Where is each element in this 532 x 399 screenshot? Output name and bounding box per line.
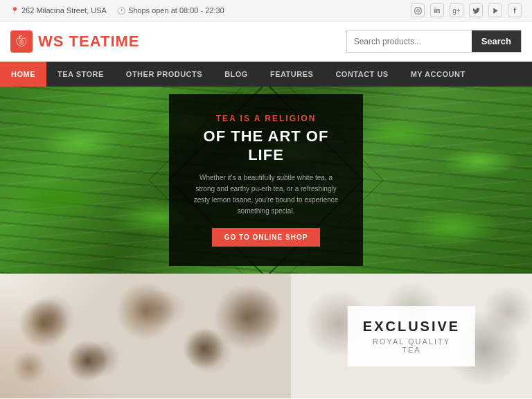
pin-icon — [10, 6, 19, 15]
exclusive-card: EXCLUSIVE ROYAL QUALITY TEA — [348, 306, 475, 366]
hero-subtitle: TEA IS A RELIGION — [193, 114, 339, 123]
svg-point-2 — [419, 8, 420, 9]
linkedin-label: in — [434, 7, 441, 15]
search-bar: Search — [346, 30, 522, 53]
navigation: HOME TEA STORE OTHER PRODUCTS BLOG FEATU… — [0, 62, 532, 87]
search-input[interactable] — [347, 31, 472, 52]
tea-display — [0, 274, 291, 398]
linkedin-icon[interactable]: in — [430, 3, 444, 17]
social-icons: in g+ f — [411, 3, 522, 17]
hero-title: OF THE ART OF LIFE — [193, 127, 339, 164]
svg-point-4 — [19, 39, 24, 44]
hours-info: Shops open at 08:00 - 22:30 — [117, 6, 224, 15]
address-info: 262 Milacina Street, USA — [10, 6, 107, 15]
hero-cta-button[interactable]: GO TO ONLINE SHOP — [212, 228, 321, 247]
search-button[interactable]: Search — [472, 30, 521, 52]
nav-blog[interactable]: BLOG — [213, 62, 259, 87]
facebook-icon[interactable]: f — [508, 3, 522, 17]
facebook-label: f — [513, 7, 515, 15]
bottom-section: EXCLUSIVE ROYAL QUALITY TEA — [0, 274, 532, 398]
logo-text: WS TEATIME — [38, 33, 140, 51]
logo-name: TEATIME — [69, 33, 140, 50]
hours-text: Shops open at 08:00 - 22:30 — [128, 6, 224, 15]
exclusive-subtitle: ROYAL QUALITY TEA — [363, 337, 460, 354]
clock-icon — [117, 6, 125, 15]
top-bar-left: 262 Milacina Street, USA Shops open at 0… — [10, 6, 224, 15]
nav-other-products[interactable]: OTHER PRODUCTS — [115, 62, 213, 87]
hero-description: Whether it's a beautifully subtle white … — [193, 172, 339, 217]
exclusive-title: EXCLUSIVE — [363, 319, 460, 335]
address-text: 262 Milacina Street, USA — [21, 6, 107, 15]
exclusive-section: EXCLUSIVE ROYAL QUALITY TEA — [291, 274, 532, 398]
hero-overlay: TEA IS A RELIGION OF THE ART OF LIFE Whe… — [0, 87, 532, 274]
top-bar: 262 Milacina Street, USA Shops open at 0… — [0, 0, 532, 21]
googleplus-icon[interactable]: g+ — [450, 3, 463, 17]
instagram-icon[interactable] — [411, 3, 425, 17]
nav-account[interactable]: MY ACCOUNT — [400, 62, 477, 87]
tea-items-image — [0, 274, 291, 398]
nav-features[interactable]: FEATURES — [259, 62, 324, 87]
logo-icon — [10, 30, 33, 53]
youtube-icon[interactable] — [488, 3, 502, 17]
nav-tea-store[interactable]: TEA STORE — [46, 62, 115, 87]
hero-content: TEA IS A RELIGION OF THE ART OF LIFE Whe… — [169, 94, 363, 266]
nav-home[interactable]: HOME — [0, 62, 46, 87]
googleplus-label: g+ — [452, 7, 460, 15]
header: WS TEATIME Search — [0, 21, 532, 62]
nav-contact[interactable]: CONTACT US — [324, 62, 399, 87]
logo-prefix: WS — [38, 33, 64, 50]
twitter-icon[interactable] — [469, 3, 483, 17]
svg-marker-3 — [493, 8, 497, 13]
hero-section: TEA IS A RELIGION OF THE ART OF LIFE Whe… — [0, 87, 532, 274]
svg-point-1 — [416, 9, 419, 12]
logo: WS TEATIME — [10, 30, 140, 53]
